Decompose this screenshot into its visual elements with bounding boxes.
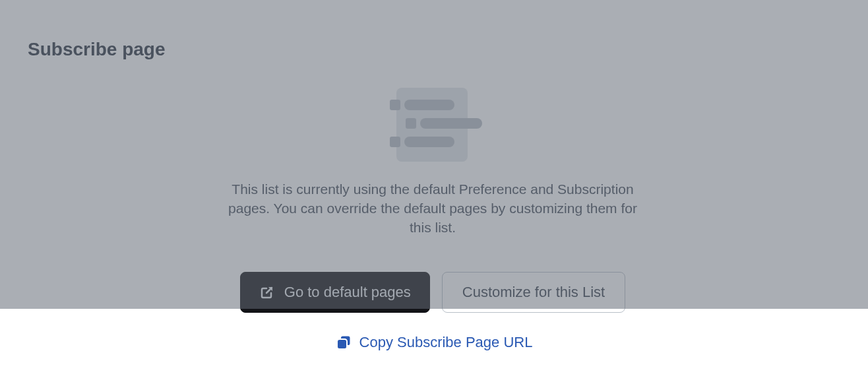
card-title: Subscribe page: [4, 39, 861, 60]
customize-for-this-list-button[interactable]: Customize for this List: [442, 272, 625, 313]
secondary-button-label: Customize for this List: [462, 284, 605, 301]
copy-link-row: Copy Subscribe Page URL: [0, 334, 868, 351]
external-link-icon: [259, 284, 275, 300]
go-to-default-pages-button[interactable]: Go to default pages: [240, 272, 430, 313]
svg-rect-1: [338, 340, 346, 348]
card-description: This list is currently using the default…: [228, 180, 637, 238]
primary-button-label: Go to default pages: [284, 284, 411, 301]
copy-icon: [336, 335, 352, 350]
copy-subscribe-page-url-link[interactable]: Copy Subscribe Page URL: [359, 334, 533, 351]
subscribe-page-card: Subscribe page This list is currently us…: [4, 13, 861, 388]
list-illustration: [390, 88, 476, 162]
button-row: Go to default pages Customize for this L…: [4, 272, 861, 313]
previous-card-edge: [4, 0, 861, 6]
